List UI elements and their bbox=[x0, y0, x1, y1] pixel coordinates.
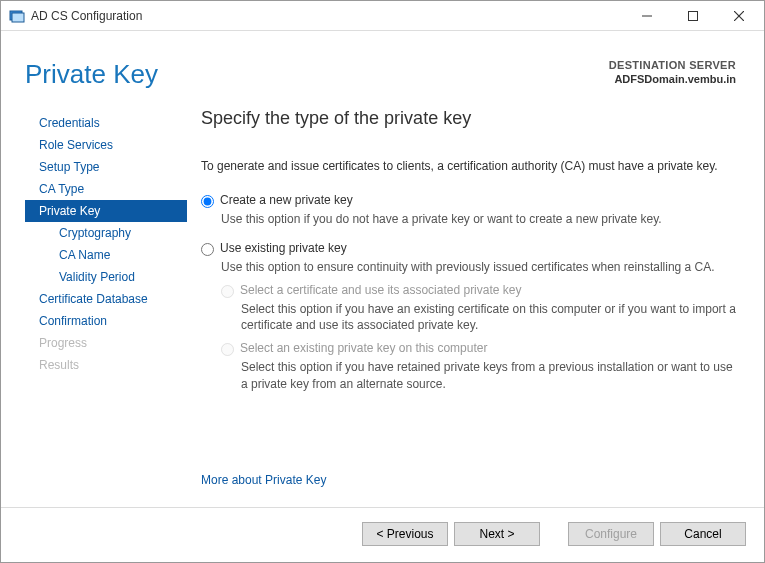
radio-select-cert[interactable]: Select a certificate and use its associa… bbox=[221, 283, 740, 298]
more-about-link[interactable]: More about Private Key bbox=[201, 473, 740, 487]
next-button[interactable]: Next > bbox=[454, 522, 540, 546]
configure-button[interactable]: Configure bbox=[568, 522, 654, 546]
sub-option-select-existing-key: Select an existing private key on this c… bbox=[221, 341, 740, 391]
sidebar-item-private-key[interactable]: Private Key bbox=[25, 200, 187, 222]
content-intro: To generate and issue certificates to cl… bbox=[201, 159, 740, 175]
radio-select-cert-desc: Select this option if you have an existi… bbox=[241, 301, 740, 333]
cancel-button[interactable]: Cancel bbox=[660, 522, 746, 546]
option-use-existing: Use existing private key Use this option… bbox=[201, 241, 740, 392]
minimize-button[interactable] bbox=[624, 1, 670, 31]
body: CredentialsRole ServicesSetup TypeCA Typ… bbox=[1, 94, 764, 507]
option-create-new: Create a new private key Use this option… bbox=[201, 193, 740, 227]
maximize-button[interactable] bbox=[670, 1, 716, 31]
radio-create-new[interactable]: Create a new private key bbox=[201, 193, 740, 208]
radio-select-existing-key[interactable]: Select an existing private key on this c… bbox=[221, 341, 740, 356]
sidebar-item-certificate-database[interactable]: Certificate Database bbox=[25, 288, 187, 310]
radio-create-new-input[interactable] bbox=[201, 195, 214, 208]
svg-rect-1 bbox=[12, 13, 24, 22]
content: Specify the type of the private key To g… bbox=[187, 108, 740, 497]
sidebar-item-progress: Progress bbox=[25, 332, 187, 354]
radio-use-existing-label: Use existing private key bbox=[220, 241, 347, 255]
sidebar-item-results: Results bbox=[25, 354, 187, 376]
radio-select-existing-key-input[interactable] bbox=[221, 343, 234, 356]
previous-button[interactable]: < Previous bbox=[362, 522, 448, 546]
radio-create-new-desc: Use this option if you do not have a pri… bbox=[221, 211, 740, 227]
sidebar-item-setup-type[interactable]: Setup Type bbox=[25, 156, 187, 178]
radio-select-existing-key-desc: Select this option if you have retained … bbox=[241, 359, 740, 391]
radio-select-cert-input[interactable] bbox=[221, 285, 234, 298]
window-title: AD CS Configuration bbox=[31, 9, 624, 23]
sidebar-item-credentials[interactable]: Credentials bbox=[25, 112, 187, 134]
footer: < Previous Next > Configure Cancel bbox=[1, 507, 764, 562]
header: Private Key DESTINATION SERVER ADFSDomai… bbox=[1, 31, 764, 94]
app-icon bbox=[9, 8, 25, 24]
close-button[interactable] bbox=[716, 1, 762, 31]
destination-server: ADFSDomain.vembu.in bbox=[609, 73, 736, 85]
destination-label: DESTINATION SERVER bbox=[609, 59, 736, 71]
svg-rect-3 bbox=[689, 11, 698, 20]
radio-select-existing-key-label: Select an existing private key on this c… bbox=[240, 341, 487, 355]
radio-use-existing-input[interactable] bbox=[201, 243, 214, 256]
page-title: Private Key bbox=[25, 59, 609, 90]
sidebar-item-cryptography[interactable]: Cryptography bbox=[25, 222, 187, 244]
title-bar: AD CS Configuration bbox=[1, 1, 764, 31]
sidebar-item-confirmation[interactable]: Confirmation bbox=[25, 310, 187, 332]
destination-block: DESTINATION SERVER ADFSDomain.vembu.in bbox=[609, 59, 736, 90]
radio-use-existing-desc: Use this option to ensure continuity wit… bbox=[221, 259, 740, 275]
sidebar-item-ca-name[interactable]: CA Name bbox=[25, 244, 187, 266]
radio-create-new-label: Create a new private key bbox=[220, 193, 353, 207]
radio-select-cert-label: Select a certificate and use its associa… bbox=[240, 283, 521, 297]
sidebar-item-validity-period[interactable]: Validity Period bbox=[25, 266, 187, 288]
sub-option-select-cert: Select a certificate and use its associa… bbox=[221, 283, 740, 333]
sidebar: CredentialsRole ServicesSetup TypeCA Typ… bbox=[25, 108, 187, 497]
radio-use-existing[interactable]: Use existing private key bbox=[201, 241, 740, 256]
button-gap bbox=[546, 522, 562, 546]
sidebar-item-ca-type[interactable]: CA Type bbox=[25, 178, 187, 200]
sidebar-item-role-services[interactable]: Role Services bbox=[25, 134, 187, 156]
content-heading: Specify the type of the private key bbox=[201, 108, 740, 129]
